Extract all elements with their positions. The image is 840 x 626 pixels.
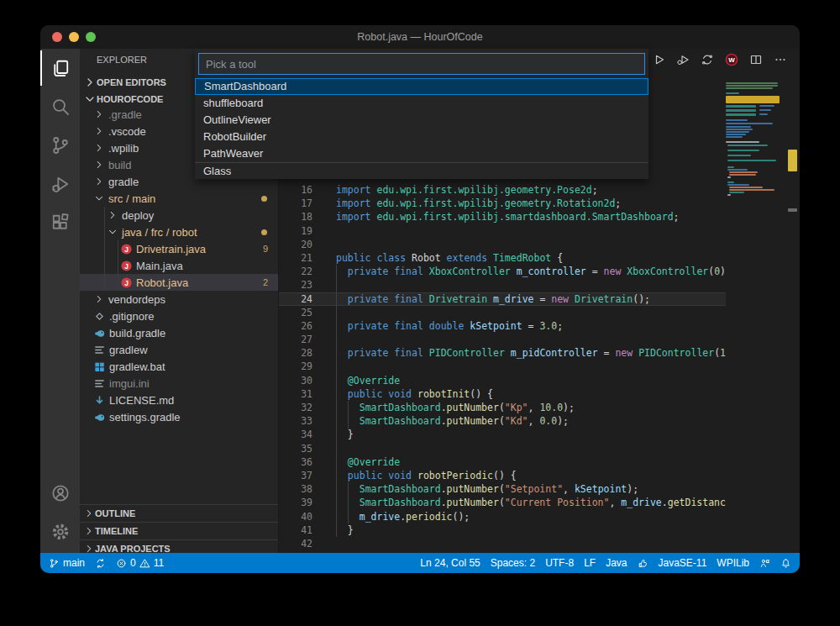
code-line-21[interactable]: 21public class Robot extends TimedRobot … bbox=[279, 251, 726, 265]
tree-item-src-main[interactable]: src / main bbox=[80, 190, 278, 207]
debug-button[interactable] bbox=[674, 50, 692, 69]
panel-outline[interactable]: OUTLINE bbox=[80, 504, 278, 522]
run-button[interactable] bbox=[649, 50, 668, 69]
tree-item-imgui-ini[interactable]: imgui.ini bbox=[80, 375, 278, 392]
wpilib-command-palette-button[interactable]: W bbox=[722, 50, 741, 69]
code-line-22[interactable]: 22 private final XboxController m_contro… bbox=[279, 265, 726, 278]
status-eol[interactable]: LF bbox=[584, 557, 596, 569]
chevron-right-icon bbox=[83, 543, 95, 555]
tree-item-vendordeps[interactable]: vendordeps bbox=[80, 291, 278, 308]
title-bar[interactable]: Robot.java — HourOfCode bbox=[40, 25, 800, 49]
code-line-34[interactable]: 34 } bbox=[279, 428, 726, 441]
minimap[interactable] bbox=[726, 81, 781, 553]
panel-java-projects[interactable]: JAVA PROJECTS bbox=[80, 539, 278, 557]
code-line-27[interactable]: 27 bbox=[279, 333, 726, 346]
tree-item-label: build.gradle bbox=[109, 327, 165, 339]
code-line-35[interactable]: 35 bbox=[279, 442, 726, 455]
status-wpilib-status[interactable]: WPILib bbox=[717, 557, 749, 569]
code-line-31[interactable]: 31 public void robotInit() { bbox=[279, 387, 726, 401]
tree-item-robot-java[interactable]: JRobot.java2 bbox=[80, 274, 278, 291]
status-indentation[interactable]: Spaces: 2 bbox=[491, 557, 535, 569]
code-line-30[interactable]: 30 @Override bbox=[279, 374, 726, 387]
quick-pick-item-robotbuilder[interactable]: RobotBuilder bbox=[195, 129, 648, 145]
code-line-32[interactable]: 32 SmartDashboard.putNumber("Kp", 10.0); bbox=[279, 401, 726, 414]
line-number: 39 bbox=[279, 496, 312, 509]
code-line-42[interactable]: 42 bbox=[279, 537, 726, 550]
code-line-28[interactable]: 28 private final PIDController m_pidCont… bbox=[279, 346, 726, 360]
line-number: 20 bbox=[279, 238, 312, 251]
code-line-33[interactable]: 33 SmartDashboard.putNumber("Kd", 0.0); bbox=[279, 414, 726, 428]
run-debug-activity-button[interactable] bbox=[40, 165, 80, 203]
code-area[interactable]: 16import edu.wpi.first.wpilibj.geometry.… bbox=[279, 183, 726, 550]
status-branch[interactable]: main bbox=[49, 557, 85, 569]
status-cursor-position[interactable]: Ln 24, Col 55 bbox=[420, 557, 480, 569]
status-sync[interactable] bbox=[95, 558, 106, 569]
explorer-activity-button[interactable] bbox=[40, 49, 80, 87]
status-notifications[interactable] bbox=[780, 558, 791, 569]
code-line-19[interactable]: 19 bbox=[279, 224, 726, 238]
overview-ruler-mark bbox=[788, 208, 797, 212]
quick-pick-item-outlineviewer[interactable]: OutlineViewer bbox=[195, 112, 648, 129]
search-activity-button[interactable] bbox=[40, 87, 80, 126]
close-button[interactable] bbox=[52, 32, 62, 42]
code-line-37[interactable]: 37 public void robotPeriodic() { bbox=[279, 469, 726, 482]
accounts-activity-button[interactable] bbox=[40, 474, 80, 513]
quick-pick-item-smartdashboard[interactable]: SmartDashboard bbox=[195, 78, 648, 95]
code-line-23[interactable]: 23 bbox=[279, 278, 726, 292]
warning-icon bbox=[139, 558, 150, 569]
code-line-40[interactable]: 40 m_drive.periodic(); bbox=[279, 510, 726, 523]
code-line-25[interactable]: 25 bbox=[279, 306, 726, 319]
code-line-38[interactable]: 38 SmartDashboard.putNumber("Setpoint", … bbox=[279, 482, 726, 496]
quick-pick-item-shuffleboard[interactable]: shuffleboard bbox=[195, 95, 648, 112]
code-line-18[interactable]: 18import edu.wpi.first.wpilibj.smartdash… bbox=[279, 210, 726, 224]
status-remote[interactable] bbox=[759, 558, 770, 569]
status-feedback[interactable] bbox=[638, 558, 648, 569]
line-number: 41 bbox=[279, 523, 312, 537]
code-line-26[interactable]: 26 private final double kSetpoint = 3.0; bbox=[279, 319, 726, 333]
status-java-runtime[interactable]: JavaSE-11 bbox=[659, 557, 707, 569]
more-actions-button[interactable] bbox=[771, 50, 790, 69]
code-line-16[interactable]: 16import edu.wpi.first.wpilibj.geometry.… bbox=[279, 183, 726, 197]
code-line-20[interactable]: 20 bbox=[279, 238, 726, 251]
code-line-24[interactable]: 24 private final Drivetrain m_drive = ne… bbox=[279, 292, 726, 306]
quick-pick-item-glass[interactable]: Glass bbox=[195, 162, 648, 179]
code-line-36[interactable]: 36 @Override bbox=[279, 455, 726, 469]
quick-pick-item-pathweaver[interactable]: PathWeaver bbox=[195, 145, 648, 162]
line-number: 37 bbox=[279, 469, 312, 482]
tree-item-settings-gradle[interactable]: settings.gradle bbox=[80, 408, 278, 425]
tree-item-gradlew-bat[interactable]: gradlew.bat bbox=[80, 358, 278, 375]
tree-item-build-gradle[interactable]: build.gradle bbox=[80, 324, 278, 341]
code-line-29[interactable]: 29 bbox=[279, 360, 726, 373]
tree-item-gradlew[interactable]: gradlew bbox=[80, 341, 278, 358]
tree-item-license-md[interactable]: LICENSE.md bbox=[80, 392, 278, 408]
status-problems[interactable]: 011 bbox=[116, 557, 164, 569]
modified-dot bbox=[261, 229, 267, 235]
tree-item-drivetrain-java[interactable]: JDrivetrain.java9 bbox=[80, 240, 278, 257]
minimize-button[interactable] bbox=[69, 32, 79, 42]
vscode-window: Robot.java — HourOfCode EXPLORER OPEN ED… bbox=[40, 25, 800, 573]
indent-guide bbox=[104, 257, 105, 274]
sync-button[interactable] bbox=[698, 50, 717, 69]
panel-timeline[interactable]: TIMELINE bbox=[80, 522, 278, 539]
tree-item-deploy[interactable]: deploy bbox=[80, 207, 278, 224]
quick-pick-input[interactable] bbox=[198, 53, 645, 75]
settings-activity-button[interactable] bbox=[40, 513, 80, 551]
source-control-activity-button[interactable] bbox=[40, 126, 80, 165]
split-editor-button[interactable] bbox=[747, 50, 765, 69]
extensions-activity-button[interactable] bbox=[40, 203, 80, 242]
tree-item--gitignore[interactable]: .gitignore bbox=[80, 308, 278, 324]
tree-item-label: gradlew bbox=[109, 344, 148, 356]
status-language[interactable]: Java bbox=[606, 557, 627, 569]
tree-item-main-java[interactable]: JMain.java bbox=[80, 257, 278, 274]
status-encoding[interactable]: UTF-8 bbox=[545, 557, 574, 569]
tree-item-java-frc-robot[interactable]: java / frc / robot bbox=[80, 224, 278, 240]
code-line-17[interactable]: 17import edu.wpi.first.wpilibj.geometry.… bbox=[279, 197, 726, 210]
code-line-41[interactable]: 41 } bbox=[279, 523, 726, 537]
overview-ruler-mark bbox=[788, 150, 797, 171]
code-line-39[interactable]: 39 SmartDashboard.putNumber("Current Pos… bbox=[279, 496, 726, 509]
status-cursor-position-label: Ln 24, Col 55 bbox=[420, 557, 480, 569]
zoom-button[interactable] bbox=[86, 32, 96, 42]
minimap-line bbox=[729, 189, 774, 191]
gradle-file-icon bbox=[93, 327, 106, 339]
source-control-icon bbox=[50, 135, 71, 155]
